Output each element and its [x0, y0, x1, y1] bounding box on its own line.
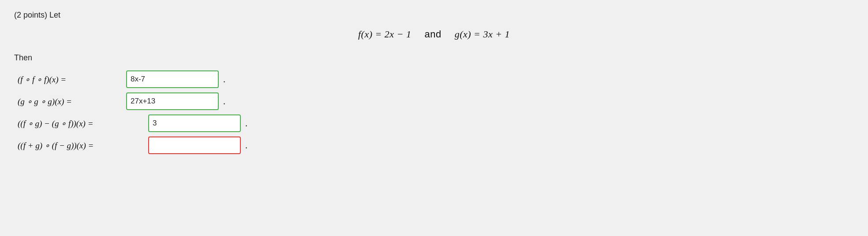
problem-container: (2 points) Let f(x) = 2x − 1 and g(x) = …: [14, 11, 854, 154]
eq2-input[interactable]: [126, 92, 219, 110]
eq4-input[interactable]: [148, 136, 241, 154]
problem-header: (2 points) Let: [14, 11, 854, 20]
g-expression: g(x) = 3x + 1: [455, 29, 510, 40]
eq3-input[interactable]: [148, 114, 241, 132]
eq4-dot: .: [245, 140, 247, 151]
eq2-label: (g ∘ g ∘ g)(x) =: [18, 96, 123, 107]
then-label: Then: [14, 53, 854, 63]
eq1-input[interactable]: [126, 70, 219, 88]
f-expression: f(x) = 2x − 1: [358, 29, 412, 40]
eq3-dot: .: [245, 118, 247, 129]
and-text: and: [424, 29, 441, 40]
eq1-label: (f ∘ f ∘ f)(x) =: [18, 74, 123, 85]
equation-row-3: ((f ∘ g) − (g ∘ f))(x) = .: [18, 114, 854, 132]
eq3-label: ((f ∘ g) − (g ∘ f))(x) =: [18, 118, 146, 129]
eq1-dot: .: [223, 74, 225, 85]
equation-row-4: ((f + g) ∘ (f − g))(x) = .: [18, 136, 854, 154]
equation-row-1: (f ∘ f ∘ f)(x) = .: [18, 70, 854, 88]
header-text: (2 points) Let: [14, 11, 60, 19]
equations-block: (f ∘ f ∘ f)(x) = . (g ∘ g ∘ g)(x) = . ((…: [14, 70, 854, 154]
eq4-label: ((f + g) ∘ (f − g))(x) =: [18, 140, 146, 151]
equation-row-2: (g ∘ g ∘ g)(x) = .: [18, 92, 854, 110]
eq2-dot: .: [223, 96, 225, 107]
math-display-line: f(x) = 2x − 1 and g(x) = 3x + 1: [14, 29, 854, 40]
